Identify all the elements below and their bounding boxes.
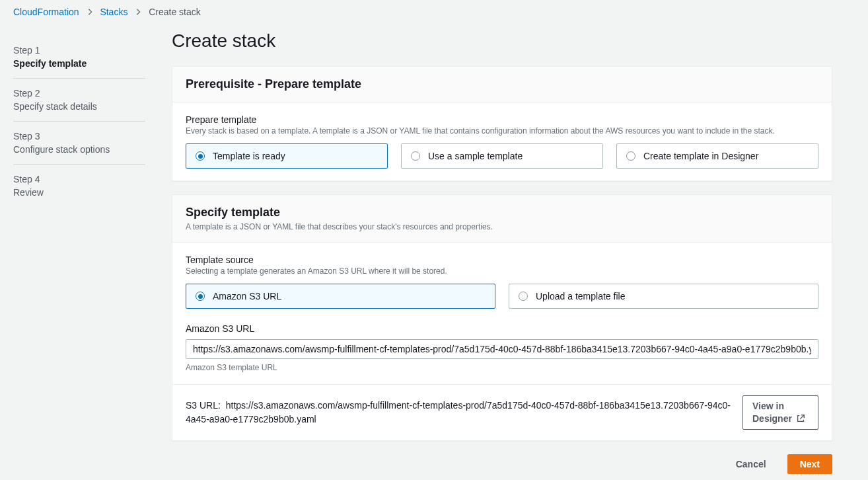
prepare-template-options: Template is ready Use a sample template … xyxy=(186,143,818,169)
wizard-step-4[interactable]: Step 4 Review xyxy=(13,165,145,207)
radio-label: Template is ready xyxy=(213,151,285,161)
radio-use-sample-template[interactable]: Use a sample template xyxy=(401,143,603,169)
main-content: Create stack Prerequisite - Prepare temp… xyxy=(172,24,832,474)
radio-icon xyxy=(411,151,420,161)
radio-label: Amazon S3 URL xyxy=(213,291,281,301)
breadcrumb-stacks[interactable]: Stacks xyxy=(100,7,127,17)
specify-template-header: Specify template xyxy=(186,206,818,220)
wizard-step-1[interactable]: Step 1 Specify template xyxy=(13,36,145,79)
prerequisite-header: Prerequisite - Prepare template xyxy=(186,77,818,91)
wizard-step-2[interactable]: Step 2 Specify stack details xyxy=(13,79,145,122)
prerequisite-panel: Prerequisite - Prepare template Prepare … xyxy=(172,66,832,181)
specify-template-desc: A template is a JSON or YAML file that d… xyxy=(186,222,818,231)
radio-label: Use a sample template xyxy=(428,151,523,161)
step-label: Specify template xyxy=(13,58,145,69)
radio-template-is-ready[interactable]: Template is ready xyxy=(186,143,388,169)
s3-url-summary-row: S3 URL: https://s3.amazonaws.com/awsmp-f… xyxy=(172,384,832,440)
step-number: Step 1 xyxy=(13,45,145,56)
step-number: Step 3 xyxy=(13,131,145,141)
breadcrumb: CloudFormation Stacks Create stack xyxy=(0,0,868,24)
s3-url-value: https://s3.amazonaws.com/awsmp-fulfillme… xyxy=(186,400,731,424)
cancel-button[interactable]: Cancel xyxy=(724,454,778,474)
radio-amazon-s3-url[interactable]: Amazon S3 URL xyxy=(186,284,495,309)
step-number: Step 2 xyxy=(13,88,145,99)
page-title: Create stack xyxy=(172,30,832,52)
s3-url-label: Amazon S3 URL xyxy=(186,323,818,334)
s3-url-display: S3 URL: https://s3.amazonaws.com/awsmp-f… xyxy=(186,399,733,426)
wizard-step-3[interactable]: Step 3 Configure stack options xyxy=(13,122,145,165)
prepare-template-desc: Every stack is based on a template. A te… xyxy=(186,126,818,136)
specify-template-panel: Specify template A template is a JSON or… xyxy=(172,194,832,441)
footer-actions: Cancel Next xyxy=(172,454,832,474)
radio-icon xyxy=(196,151,205,161)
template-source-label: Template source xyxy=(186,255,818,265)
step-number: Step 4 xyxy=(13,174,145,184)
step-label: Review xyxy=(13,187,145,198)
chevron-right-icon xyxy=(87,7,95,17)
chevron-right-icon xyxy=(135,7,143,17)
s3-url-helper: Amazon S3 template URL xyxy=(186,363,818,372)
radio-create-in-designer[interactable]: Create template in Designer xyxy=(616,143,818,169)
next-button[interactable]: Next xyxy=(787,454,832,474)
radio-label: Upload a template file xyxy=(536,291,625,301)
external-link-icon xyxy=(796,414,805,423)
s3-url-prefix: S3 URL: xyxy=(186,400,221,411)
radio-icon xyxy=(196,292,205,301)
radio-upload-template-file[interactable]: Upload a template file xyxy=(509,284,818,309)
prepare-template-label: Prepare template xyxy=(186,114,818,125)
view-in-designer-line1: View in xyxy=(752,400,784,413)
step-label: Specify stack details xyxy=(13,101,145,112)
view-in-designer-button[interactable]: View in Designer xyxy=(742,395,818,430)
s3-url-input[interactable] xyxy=(186,339,818,359)
radio-label: Create template in Designer xyxy=(643,151,758,161)
wizard-steps-sidebar: Step 1 Specify template Step 2 Specify s… xyxy=(13,24,145,474)
step-label: Configure stack options xyxy=(13,144,145,155)
breadcrumb-cloudformation[interactable]: CloudFormation xyxy=(13,7,79,17)
template-source-options: Amazon S3 URL Upload a template file xyxy=(186,284,818,309)
template-source-desc: Selecting a template generates an Amazon… xyxy=(186,266,818,276)
view-in-designer-line2: Designer xyxy=(752,413,792,425)
breadcrumb-current: Create stack xyxy=(149,7,201,17)
radio-icon xyxy=(519,292,528,301)
radio-icon xyxy=(626,151,635,161)
